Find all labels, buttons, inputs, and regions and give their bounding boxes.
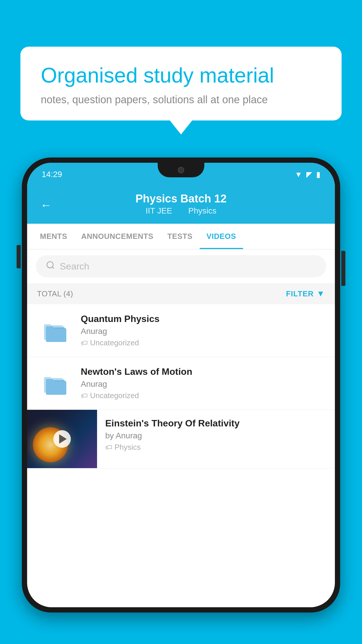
tag-icon: 🏷 — [81, 392, 88, 400]
speech-bubble: Organised study material notes, question… — [20, 47, 342, 120]
header-subtitle-part1: IIT JEE — [145, 206, 172, 215]
tag-label: Physics — [115, 443, 141, 452]
video-title: Quantum Physics — [81, 314, 325, 324]
tab-ments[interactable]: MENTS — [33, 224, 74, 249]
video-info: Quantum Physics Anurag 🏷 Uncategorized — [81, 314, 325, 347]
status-bar: 14:29 ▼ ◤ ▮ — [27, 163, 335, 186]
tab-announcements[interactable]: ANNOUNCEMENTS — [74, 224, 161, 249]
bubble-title: Organised study material — [41, 63, 321, 88]
video-tag: 🏷 Uncategorized — [81, 391, 325, 400]
video-tag: 🏷 Physics — [105, 443, 327, 452]
app-header: ← Physics Batch 12 IIT JEE Physics — [27, 186, 335, 224]
header-subtitle-separator — [179, 206, 184, 215]
notch — [158, 163, 204, 177]
video-info: Einstein's Theory Of Relativity by Anura… — [97, 410, 335, 460]
tag-label: Uncategorized — [90, 391, 139, 400]
folder-icon — [41, 319, 68, 342]
phone-wrapper: 14:29 ▼ ◤ ▮ ← Physics Batch 12 IIT JEE P… — [22, 158, 340, 644]
filter-button[interactable]: FILTER ▼ — [286, 289, 325, 298]
folder-thumbnail — [37, 369, 72, 398]
bubble-subtitle: notes, question papers, solutions all at… — [41, 94, 321, 106]
video-author: Anurag — [81, 327, 325, 336]
tab-bar: MENTS ANNOUNCEMENTS TESTS VIDEOS — [27, 224, 335, 249]
tab-videos[interactable]: VIDEOS — [200, 224, 243, 249]
play-icon — [59, 434, 67, 444]
battery-icon: ▮ — [316, 170, 320, 179]
svg-line-1 — [52, 267, 54, 269]
video-thumbnail — [27, 410, 97, 468]
search-icon — [46, 260, 55, 272]
video-author: Anurag — [81, 379, 325, 389]
video-author: by Anurag — [105, 431, 327, 440]
play-button[interactable] — [53, 430, 71, 448]
list-item[interactable]: Quantum Physics Anurag 🏷 Uncategorized — [27, 304, 335, 357]
tag-label: Uncategorized — [90, 338, 139, 347]
status-icons: ▼ ◤ ▮ — [295, 170, 320, 179]
camera-dot — [178, 167, 184, 173]
video-info: Newton's Laws of Motion Anurag 🏷 Uncateg… — [81, 366, 325, 400]
video-tag: 🏷 Uncategorized — [81, 338, 325, 347]
video-list: Quantum Physics Anurag 🏷 Uncategorized — [27, 304, 335, 468]
folder-thumbnail — [37, 316, 72, 345]
signal-icon: ◤ — [306, 170, 312, 179]
back-button[interactable]: ← — [40, 198, 52, 211]
search-input-wrapper[interactable]: Search — [36, 255, 326, 277]
tab-tests[interactable]: TESTS — [160, 224, 199, 249]
total-count: TOTAL (4) — [37, 289, 73, 298]
phone-screen: 14:29 ▼ ◤ ▮ ← Physics Batch 12 IIT JEE P… — [27, 163, 335, 607]
header-subtitle-part2: Physics — [188, 206, 216, 215]
wifi-icon: ▼ — [295, 170, 302, 179]
search-bar: Search — [27, 249, 335, 283]
header-subtitle: IIT JEE Physics — [42, 206, 320, 216]
svg-point-0 — [47, 262, 53, 268]
status-time: 14:29 — [42, 170, 62, 179]
tag-icon: 🏷 — [105, 443, 112, 452]
video-title: Newton's Laws of Motion — [81, 366, 325, 377]
search-placeholder: Search — [60, 261, 89, 272]
filter-bar: TOTAL (4) FILTER ▼ — [27, 283, 335, 304]
list-item[interactable]: Newton's Laws of Motion Anurag 🏷 Uncateg… — [27, 357, 335, 410]
folder-icon — [41, 372, 68, 395]
header-title: Physics Batch 12 — [42, 192, 320, 205]
filter-label: FILTER — [286, 289, 314, 298]
filter-funnel-icon: ▼ — [317, 289, 325, 298]
tag-icon: 🏷 — [81, 339, 88, 347]
list-item[interactable]: Einstein's Theory Of Relativity by Anura… — [27, 410, 335, 468]
video-title: Einstein's Theory Of Relativity — [105, 418, 327, 429]
phone-outer: 14:29 ▼ ◤ ▮ ← Physics Batch 12 IIT JEE P… — [22, 158, 340, 612]
